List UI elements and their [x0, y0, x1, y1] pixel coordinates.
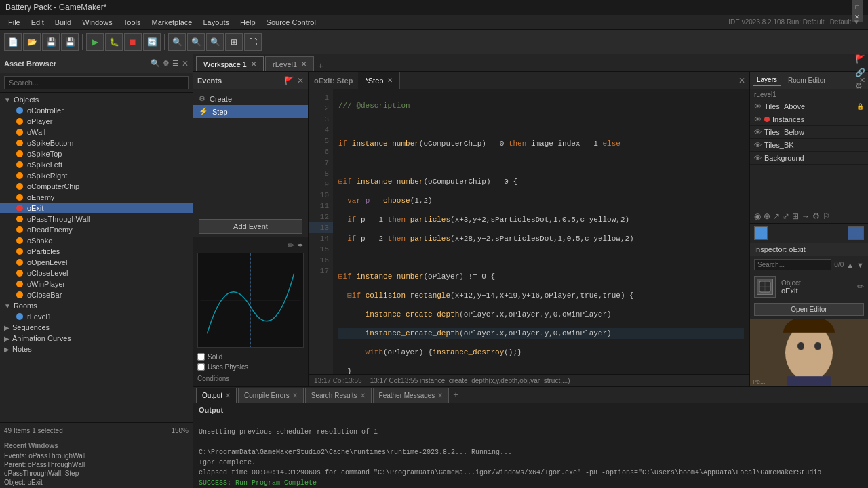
- recent-item-3[interactable]: Object: oExit: [4, 478, 189, 487]
- inspector-nav-up[interactable]: ▲: [846, 261, 854, 269]
- tree-item-owall[interactable]: oWall: [0, 127, 193, 138]
- color-block-blue2[interactable]: [848, 226, 864, 240]
- output-close-2[interactable]: ✕: [360, 392, 366, 399]
- tree-group-rooms[interactable]: ▼ Rooms: [0, 300, 193, 311]
- gear-side-icon[interactable]: ⚙: [855, 81, 865, 91]
- menu-help[interactable]: Help: [235, 17, 261, 28]
- code-text-area[interactable]: /// @description if instance_number(oCom…: [333, 89, 749, 374]
- tree-item-opassthroughwall[interactable]: oPassThroughWall: [0, 214, 193, 224]
- tree-item-ospikeleft[interactable]: oSpikeLeft: [0, 159, 193, 170]
- insp-tool-8[interactable]: ⚐: [823, 211, 830, 221]
- output-tab-output[interactable]: Output ✕: [196, 388, 237, 403]
- asset-menu-icon[interactable]: ☰: [172, 59, 179, 68]
- output-tab-feather[interactable]: Feather Messages ✕: [373, 388, 450, 403]
- menu-tools[interactable]: Tools: [118, 17, 146, 28]
- tree-item-ospikeright[interactable]: oSpikeRight: [0, 170, 193, 181]
- tiles-bk-vis-icon[interactable]: 👁: [754, 141, 762, 149]
- tree-item-oplayer[interactable]: oPlayer: [0, 116, 193, 127]
- layer-tiles-bk[interactable]: 👁 Tiles_BK: [750, 139, 868, 152]
- grid-button[interactable]: ⊞: [225, 33, 243, 51]
- layer-instances[interactable]: 👁 Instances: [750, 113, 868, 126]
- asset-browser-close[interactable]: ✕: [182, 59, 189, 68]
- inspector-nav-down[interactable]: ▼: [856, 261, 864, 269]
- stop-button[interactable]: ⏹: [124, 33, 142, 51]
- insp-tool-1[interactable]: ◉: [754, 211, 761, 221]
- rlevel1-tab-close[interactable]: ✕: [301, 60, 307, 68]
- event-step[interactable]: ⚡ Step: [193, 105, 308, 118]
- tree-item-ospiketop[interactable]: oSpikeTop: [0, 148, 193, 159]
- zoom-in-button[interactable]: 🔍: [206, 33, 224, 51]
- background-vis-icon[interactable]: 👁: [754, 154, 762, 162]
- recent-item-0[interactable]: Events: oPassThroughWall: [4, 451, 189, 460]
- menu-edit[interactable]: Edit: [26, 17, 50, 28]
- events-close-button[interactable]: ✕: [297, 76, 304, 85]
- tiles-below-vis-icon[interactable]: 👁: [754, 128, 762, 136]
- color-block-blue[interactable]: [754, 226, 768, 240]
- save-all-button[interactable]: 💾: [61, 33, 79, 51]
- uses-physics-checkbox[interactable]: [197, 363, 205, 371]
- add-tab-button[interactable]: +: [315, 60, 326, 71]
- step-tab-close[interactable]: ✕: [387, 77, 393, 84]
- tree-item-ospikebottom[interactable]: oSpikeBottom: [0, 138, 193, 148]
- tab-workspace1[interactable]: Workspace 1 ✕: [196, 56, 264, 71]
- add-event-button[interactable]: Add Event: [199, 219, 302, 234]
- menu-build[interactable]: Build: [50, 17, 77, 28]
- tree-item-ocomputerchip[interactable]: oComputerChip: [0, 181, 193, 192]
- solid-checkbox[interactable]: [197, 353, 205, 361]
- tree-item-ocloselevel[interactable]: oCloseLevel: [0, 268, 193, 279]
- edit-object-icon[interactable]: ✒: [297, 241, 304, 250]
- menu-marketplace[interactable]: Marketplace: [146, 17, 197, 28]
- tab-room-editor[interactable]: Room Editor: [784, 75, 830, 85]
- tree-item-owinplayer[interactable]: oWinPlayer: [0, 279, 193, 289]
- debug-button[interactable]: 🐛: [105, 33, 123, 51]
- code-editor-close[interactable]: ✕: [738, 76, 745, 85]
- tree-group-notes[interactable]: ▶ Notes: [0, 344, 193, 354]
- insp-tool-7[interactable]: ⚙: [812, 211, 820, 221]
- insp-tool-3[interactable]: ↗: [773, 211, 780, 221]
- asset-search-icon[interactable]: 🔍: [151, 59, 160, 68]
- fullscreen-button[interactable]: ⛶: [244, 33, 262, 51]
- output-tab-search-results[interactable]: Search Results ✕: [305, 388, 372, 403]
- add-output-tab-button[interactable]: +: [450, 390, 461, 400]
- maximize-button[interactable]: □: [852, 3, 863, 12]
- edit-sprite-icon[interactable]: ✏: [288, 241, 294, 250]
- insp-tool-2[interactable]: ⊕: [764, 211, 770, 221]
- tree-item-oclosebar[interactable]: oCloseBar: [0, 289, 193, 300]
- menu-windows[interactable]: Windows: [77, 17, 118, 28]
- insp-tool-6[interactable]: →: [802, 211, 810, 221]
- tree-item-rlevel1[interactable]: rLevel1: [0, 311, 193, 322]
- tree-item-odeadenemy[interactable]: oDeadEnemy: [0, 224, 193, 235]
- open-file-button[interactable]: 📂: [23, 33, 41, 51]
- layer-tiles-below[interactable]: 👁 Tiles_Below: [750, 126, 868, 139]
- asset-filter-icon[interactable]: ⚙: [163, 59, 170, 68]
- insp-tool-4[interactable]: ⤢: [783, 211, 789, 221]
- tree-item-oexit[interactable]: oExit: [0, 203, 193, 214]
- menu-file[interactable]: File: [3, 17, 26, 28]
- tab-rlevel1[interactable]: rLevel1 ✕: [265, 56, 314, 71]
- layer-background[interactable]: 👁 Background: [750, 152, 868, 165]
- code-tab-step[interactable]: *Step ✕: [358, 72, 400, 89]
- tree-item-oopenlevel[interactable]: oOpenLevel: [0, 257, 193, 268]
- inspector-edit-icon[interactable]: ✏: [857, 282, 864, 291]
- save-button[interactable]: 💾: [42, 33, 60, 51]
- instances-vis-icon[interactable]: 👁: [754, 115, 762, 123]
- clean-button[interactable]: 🔄: [143, 33, 161, 51]
- open-editor-button[interactable]: Open Editor: [754, 303, 864, 316]
- output-close-0[interactable]: ✕: [225, 392, 231, 399]
- output-close-1[interactable]: ✕: [292, 392, 298, 399]
- inspector-search-input[interactable]: [754, 259, 831, 270]
- output-close-3[interactable]: ✕: [437, 392, 443, 399]
- menu-source-control[interactable]: Source Control: [261, 17, 321, 28]
- tree-group-sequences[interactable]: ▶ Sequences: [0, 322, 193, 333]
- layer-tiles-above[interactable]: 👁 Tiles_Above 🔒: [750, 100, 868, 113]
- tiles-above-lock-icon[interactable]: 🔒: [856, 103, 864, 110]
- tree-item-ocontroller[interactable]: oController: [0, 105, 193, 116]
- tree-item-oshake[interactable]: oShake: [0, 235, 193, 246]
- zoom-reset-button[interactable]: 🔍: [187, 33, 205, 51]
- event-create[interactable]: ⚙ Create: [193, 92, 308, 105]
- run-button[interactable]: ▶: [86, 33, 104, 51]
- insp-tool-5[interactable]: ⊞: [792, 211, 799, 221]
- menu-layouts[interactable]: Layouts: [197, 17, 235, 28]
- tiles-above-vis-icon[interactable]: 👁: [754, 102, 762, 110]
- tree-item-oenemy[interactable]: oEnemy: [0, 192, 193, 203]
